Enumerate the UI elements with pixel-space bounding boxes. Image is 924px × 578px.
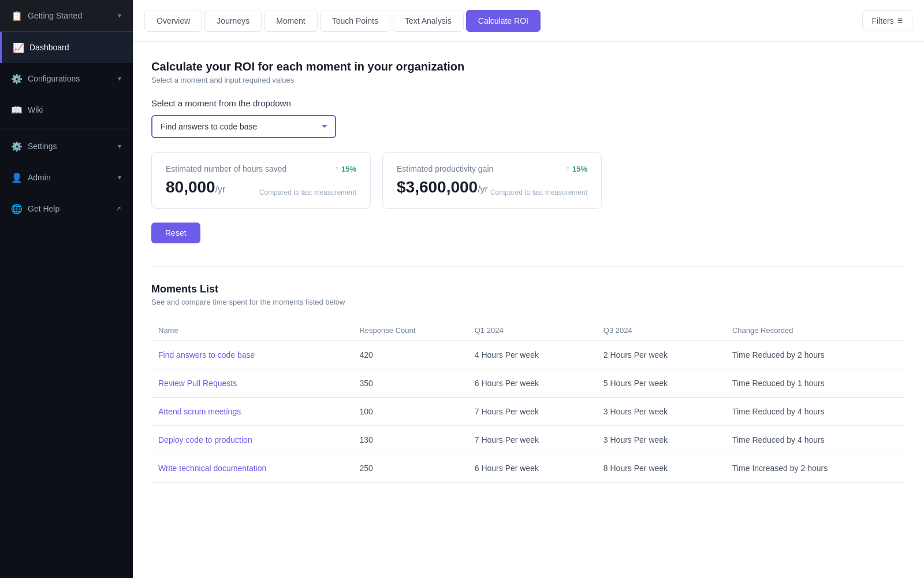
tab-calculate-roi[interactable]: Calculate ROI	[466, 10, 541, 32]
chevron-down-icon: ▾	[118, 173, 121, 181]
row-q1: 7 Hours Per week	[468, 426, 597, 454]
moment-dropdown[interactable]: Find answers to code baseReview Pull Req…	[151, 115, 336, 138]
filters-label: Filters	[872, 16, 894, 25]
configurations-icon: ⚙️	[12, 73, 22, 84]
metric-label-hours: Estimated number of hours saved	[166, 164, 286, 173]
row-change: Time Reduced by 4 hours	[725, 398, 906, 426]
col-response: Response Count	[352, 320, 467, 341]
row-q1: 4 Hours Per week	[468, 341, 597, 369]
filters-button[interactable]: Filters ≡	[862, 10, 912, 31]
chevron-down-icon: ▾	[118, 142, 121, 150]
row-q3: 3 Hours Per week	[597, 398, 725, 426]
sidebar-label-configurations: Configurations	[28, 74, 80, 83]
row-response-count: 250	[352, 454, 467, 483]
page-subtitle: Select a moment and input required value…	[151, 76, 906, 84]
wiki-icon: 📖	[12, 105, 22, 115]
table-row: Find answers to code base4204 Hours Per …	[151, 341, 906, 369]
col-name: Name	[151, 320, 352, 341]
row-change: Time Reduced by 2 hours	[725, 341, 906, 369]
moments-table: Name Response Count Q1 2024 Q3 2024 Chan…	[151, 320, 906, 483]
table-row: Deploy code to production1307 Hours Per …	[151, 426, 906, 454]
col-q3: Q3 2024	[597, 320, 725, 341]
arrow-up-icon: ↑	[335, 164, 339, 173]
row-change: Time Increased by 2 hours	[725, 454, 906, 483]
content-area: Calculate your ROI for each moment in yo…	[133, 42, 924, 578]
row-name[interactable]: Attend scrum meetings	[151, 398, 352, 426]
metric-compare-hours: Compared to last measurement	[259, 188, 356, 197]
moments-list-title: Moments List	[151, 283, 906, 295]
get-help-icon: 🌐	[12, 203, 22, 214]
row-q3: 2 Hours Per week	[597, 341, 725, 369]
tab-moment[interactable]: Moment	[264, 10, 318, 32]
row-change: Time Reduced by 4 hours	[725, 426, 906, 454]
col-change: Change Recorded	[725, 320, 906, 341]
main-content: Overview Journeys Moment Touch Points Te…	[133, 0, 924, 578]
arrow-up-icon: ↑	[566, 164, 570, 173]
sidebar-label-getting-started: Getting Started	[28, 11, 82, 20]
sidebar: 📋 Getting Started ▾ 📈 Dashboard ⚙️ Confi…	[0, 0, 133, 578]
settings-icon: ⚙️	[12, 141, 22, 151]
table-header: Name Response Count Q1 2024 Q3 2024 Chan…	[151, 320, 906, 341]
metric-card-productivity: Estimated productivity gain ↑ 15% $3,600…	[382, 152, 602, 209]
metric-pct-hours: 15%	[341, 165, 356, 173]
row-name[interactable]: Deploy code to production	[151, 426, 352, 454]
row-q1: 6 Hours Per week	[468, 369, 597, 398]
table-row: Review Pull Requests3506 Hours Per week5…	[151, 369, 906, 398]
admin-icon: 👤	[12, 172, 22, 183]
chevron-down-icon: ▾	[118, 12, 121, 20]
sidebar-item-admin[interactable]: 👤 Admin ▾	[0, 162, 133, 193]
table-body: Find answers to code base4204 Hours Per …	[151, 341, 906, 483]
row-name[interactable]: Review Pull Requests	[151, 369, 352, 398]
filters-icon: ≡	[897, 16, 903, 26]
reset-button[interactable]: Reset	[151, 223, 200, 243]
top-nav: Overview Journeys Moment Touch Points Te…	[133, 0, 924, 42]
tab-text-analysis[interactable]: Text Analysis	[393, 10, 464, 32]
sidebar-item-configurations[interactable]: ⚙️ Configurations ▾	[0, 63, 133, 94]
row-response-count: 100	[352, 398, 467, 426]
sidebar-item-wiki[interactable]: 📖 Wiki	[0, 94, 133, 125]
row-q3: 5 Hours Per week	[597, 369, 725, 398]
metric-compare-productivity: Compared to last measurement	[490, 188, 587, 197]
sidebar-divider	[0, 128, 133, 128]
tab-journeys[interactable]: Journeys	[204, 10, 262, 32]
external-link-icon: ↗	[116, 205, 121, 213]
metric-pct-productivity: 15%	[572, 165, 587, 173]
row-name[interactable]: Write technical documentation	[151, 454, 352, 483]
metric-card-hours: Estimated number of hours saved ↑ 15% 80…	[151, 152, 371, 209]
sidebar-label-wiki: Wiki	[28, 105, 43, 114]
metric-cards: Estimated number of hours saved ↑ 15% 80…	[151, 152, 906, 209]
table-row: Write technical documentation2506 Hours …	[151, 454, 906, 483]
sidebar-label-admin: Admin	[28, 173, 51, 182]
row-q3: 8 Hours Per week	[597, 454, 725, 483]
tab-overview[interactable]: Overview	[144, 10, 202, 32]
sidebar-item-dashboard[interactable]: 📈 Dashboard	[0, 32, 133, 63]
chevron-down-icon: ▾	[118, 75, 121, 83]
metric-value-productivity: $3,600,000/yr	[397, 178, 488, 197]
dropdown-label: Select a moment from the dropdown	[151, 98, 906, 108]
section-divider	[151, 266, 906, 267]
row-name[interactable]: Find answers to code base	[151, 341, 352, 369]
table-row: Attend scrum meetings1007 Hours Per week…	[151, 398, 906, 426]
row-change: Time Reduced by 1 hours	[725, 369, 906, 398]
dashboard-icon: 📈	[13, 42, 24, 53]
row-response-count: 420	[352, 341, 467, 369]
sidebar-label-settings: Settings	[28, 142, 57, 151]
sidebar-item-get-help[interactable]: 🌐 Get Help ↗	[0, 193, 133, 224]
getting-started-icon: 📋	[12, 10, 22, 21]
row-q1: 6 Hours Per week	[468, 454, 597, 483]
sidebar-label-get-help: Get Help	[28, 204, 59, 213]
row-q1: 7 Hours Per week	[468, 398, 597, 426]
page-title: Calculate your ROI for each moment in yo…	[151, 60, 906, 73]
col-q1: Q1 2024	[468, 320, 597, 341]
tab-touch-points[interactable]: Touch Points	[320, 10, 390, 32]
metric-label-productivity: Estimated productivity gain	[397, 164, 493, 173]
sidebar-item-settings[interactable]: ⚙️ Settings ▾	[0, 131, 133, 162]
sidebar-label-dashboard: Dashboard	[29, 43, 69, 52]
metric-value-hours: 80,000/yr	[166, 178, 225, 197]
metric-badge-productivity: ↑ 15%	[566, 164, 587, 173]
row-response-count: 130	[352, 426, 467, 454]
row-response-count: 350	[352, 369, 467, 398]
row-q3: 3 Hours Per week	[597, 426, 725, 454]
sidebar-item-getting-started[interactable]: 📋 Getting Started ▾	[0, 0, 133, 32]
metric-badge-hours: ↑ 15%	[335, 164, 356, 173]
